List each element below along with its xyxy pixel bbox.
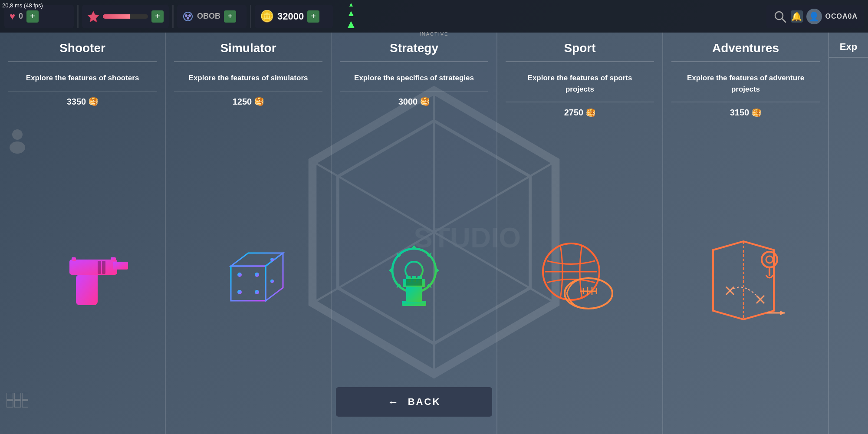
coin-value: 32000 (277, 11, 304, 22)
strategy-price: 3000 🥞 (398, 97, 430, 107)
adventures-price: 3150 🥞 (730, 108, 762, 118)
svg-rect-26 (111, 257, 116, 261)
svg-rect-25 (102, 261, 105, 274)
svg-rect-20 (22, 401, 28, 407)
sport-column[interactable]: Sport Explore the features of sports pro… (497, 33, 663, 434)
orb-icon (182, 11, 194, 22)
adventures-desc: Explore the features of adventure projec… (671, 68, 820, 102)
svg-line-12 (782, 19, 786, 22)
boost-arrow-3: ▲ (345, 18, 357, 31)
inactive-label: INACTIVE (420, 31, 449, 36)
simulator-column[interactable]: Simulator Explore the features of simula… (166, 33, 332, 434)
boost-arrow-1: ▲ (348, 1, 354, 8)
coin-section: 🪙 32000 + (255, 5, 333, 28)
partial-title: Exp (829, 41, 868, 58)
svg-point-8 (185, 14, 187, 17)
back-button[interactable]: ← BACK (336, 387, 492, 417)
svg-rect-27 (72, 257, 76, 261)
orb-section: OBOB + (177, 5, 247, 28)
simulator-coin-icon: 🥞 (254, 97, 264, 106)
coin-icon: 🪙 (260, 10, 274, 23)
strategy-title: Strategy (340, 41, 488, 62)
strategy-column[interactable]: Strategy Explore the specifics of strate… (332, 33, 497, 434)
sport-icon-area (532, 126, 628, 434)
svg-point-44 (270, 279, 274, 283)
back-label: BACK (408, 396, 441, 408)
svg-rect-22 (113, 262, 128, 270)
orb-value: OBOB (197, 12, 220, 21)
svg-rect-53 (406, 279, 422, 286)
username-label: OCOA0A (825, 13, 858, 20)
svg-marker-6 (88, 11, 99, 22)
sports-icon (532, 237, 628, 324)
xp-section: + (82, 5, 169, 28)
svg-rect-15 (7, 393, 13, 399)
sport-price: 2750 🥞 (564, 108, 596, 118)
main-content: Shooter Explore the features of shooters… (0, 33, 868, 434)
grid-icon-shooter (7, 393, 28, 410)
avatar: 👤 (806, 9, 822, 24)
top-bar-right: 🔔 👤 OCOA0A (766, 5, 864, 28)
add-orb-button[interactable]: + (224, 10, 236, 23)
svg-point-66 (762, 252, 777, 267)
add-coin-button[interactable]: + (307, 10, 319, 23)
shooter-icon-area (35, 115, 130, 434)
back-arrow-icon: ← (388, 395, 400, 409)
svg-point-36 (237, 273, 242, 277)
divider-3 (250, 5, 251, 28)
circuit-cube-icon (205, 231, 292, 318)
adventures-icon-area (700, 126, 791, 434)
xp-icon (87, 10, 99, 23)
svg-marker-30 (266, 253, 283, 301)
svg-point-37 (255, 273, 259, 277)
simulator-price: 1250 🥞 (233, 97, 264, 107)
divider-2 (172, 5, 174, 28)
fps-counter: 20,8 ms (48 fps) (2, 2, 43, 9)
strategy-icon-area (371, 115, 457, 434)
gun-icon (35, 236, 130, 314)
profile-section: 🔔 👤 OCOA0A (766, 5, 864, 28)
svg-rect-48 (406, 286, 422, 302)
adventures-title: Adventures (671, 41, 820, 62)
simulator-title: Simulator (174, 41, 322, 62)
boost-arrow-2: ▲ (347, 8, 355, 18)
strategy-desc: Explore the specifics of strategies (340, 68, 488, 92)
svg-rect-16 (14, 393, 21, 399)
shooter-title: Shooter (8, 41, 157, 62)
adventures-coin-icon: 🥞 (752, 108, 761, 118)
svg-rect-21 (69, 260, 117, 275)
add-lives-button[interactable]: + (26, 10, 39, 23)
heart-icon: ♥ (10, 11, 15, 22)
top-bar: ♥ 0 + + OBOB + 🪙 32000 + ▲ ▲ ▲ (0, 0, 868, 33)
svg-rect-17 (22, 393, 28, 399)
lives-value: 0 (19, 12, 23, 21)
sport-title: Sport (506, 41, 654, 62)
shooter-desc: Explore the features of shooters (8, 68, 157, 92)
search-icon (773, 9, 787, 24)
svg-marker-70 (780, 311, 785, 315)
simulator-icon-area (205, 115, 292, 434)
shooter-column[interactable]: Shooter Explore the features of shooters… (0, 33, 166, 434)
chess-gear-icon (371, 229, 457, 320)
partial-column: Exp (829, 33, 868, 434)
adventures-column[interactable]: Adventures Explore the features of adven… (663, 33, 829, 434)
add-xp-button[interactable]: + (151, 10, 164, 23)
divider-1 (77, 5, 79, 28)
svg-point-39 (255, 290, 259, 294)
sport-coin-icon: 🥞 (586, 108, 595, 118)
map-icon (700, 237, 791, 324)
strategy-coin-icon: 🥞 (420, 97, 430, 106)
svg-point-9 (188, 14, 191, 17)
user-silhouette-left (7, 128, 28, 154)
notification-button[interactable]: 🔔 (791, 10, 803, 23)
svg-point-67 (766, 256, 773, 263)
svg-rect-23 (76, 275, 98, 305)
svg-point-10 (187, 17, 189, 20)
svg-rect-18 (7, 401, 13, 407)
svg-rect-24 (98, 261, 101, 274)
svg-point-13 (12, 129, 23, 140)
svg-point-42 (270, 258, 274, 261)
shooter-price: 3350 🥞 (67, 97, 99, 107)
svg-rect-19 (14, 401, 21, 407)
back-button-wrap: ← BACK (336, 387, 492, 417)
